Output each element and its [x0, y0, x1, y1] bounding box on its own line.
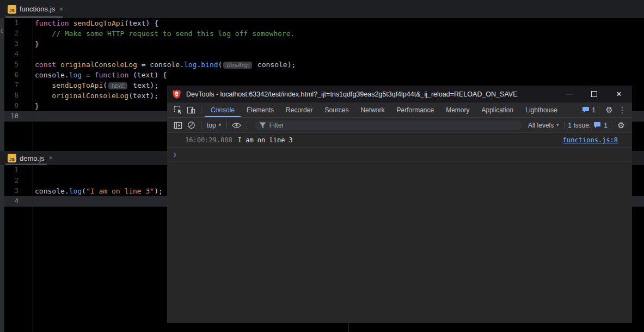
close-window-button[interactable]: ✕	[614, 89, 624, 100]
device-toolbar-icon[interactable]	[185, 104, 198, 116]
line-number: 1	[4, 165, 19, 176]
devtools-tabbar: ConsoleElementsRecorderSourcesNetworkPer…	[167, 102, 632, 118]
gutter-separator	[33, 207, 33, 332]
window-title: DevTools - localhost:63342/test/index.ht…	[186, 90, 563, 98]
separator	[564, 122, 565, 129]
devtools-tab-lighthouse[interactable]: Lighthouse	[519, 102, 563, 117]
chevron-down-icon: ▾	[556, 123, 559, 128]
code-line[interactable]: 4	[4, 49, 644, 59]
settings-gear-icon[interactable]: ⚙	[603, 104, 616, 116]
gutter-separator	[33, 123, 33, 151]
filter-input[interactable]: Filter	[255, 120, 522, 130]
line-number: 7	[4, 80, 19, 90]
close-icon[interactable]: ×	[59, 5, 63, 13]
console-toolbar: top ▾ Filter All levels ▾	[167, 118, 632, 133]
funnel-icon	[259, 122, 266, 129]
line-number: 1	[4, 18, 19, 28]
message-text: I am on line 3	[238, 136, 563, 144]
code-text: const originalConsoleLog = console.log.b…	[33, 59, 644, 70]
active-tab-indicator	[5, 16, 63, 18]
code-text: // Make some HTTP request to send this l…	[33, 28, 644, 39]
issues-counter[interactable]: 1	[582, 106, 596, 114]
kebab-menu-icon[interactable]: ⋮	[616, 104, 629, 116]
clear-console-icon[interactable]	[185, 119, 198, 131]
devtools-tab-sources[interactable]: Sources	[318, 102, 354, 117]
code-line[interactable]: 2 // Make some HTTP request to send this…	[4, 28, 644, 39]
line-number: 3	[4, 186, 19, 196]
filter-placeholder: Filter	[269, 122, 284, 129]
line-number: 9	[4, 101, 19, 111]
devtools-tab-performance[interactable]: Performance	[390, 102, 440, 117]
brave-logo-icon	[171, 89, 182, 99]
separator	[611, 122, 611, 129]
issues-count: 1	[592, 106, 596, 114]
code-text: console.log = function (text) {	[33, 70, 644, 80]
editor-split-divider[interactable]	[348, 323, 349, 332]
js-file-icon: JS	[8, 5, 16, 14]
line-number: 3	[4, 39, 19, 49]
console-message-row: 16:00:29.808 I am on line 3 functions.js…	[167, 133, 632, 148]
issues-label: 1 Issue:	[568, 122, 591, 129]
close-icon[interactable]: ×	[49, 154, 53, 162]
code-text	[33, 49, 644, 59]
separator	[226, 122, 227, 129]
console-output[interactable]: 16:00:29.808 I am on line 3 functions.js…	[167, 133, 632, 323]
devtools-tab-memory[interactable]: Memory	[440, 102, 475, 117]
devtools-tab-network[interactable]: Network	[354, 102, 390, 117]
devtools-tab-elements[interactable]: Elements	[241, 102, 280, 117]
issues-bubble-icon	[582, 106, 590, 113]
live-expression-eye-icon[interactable]	[230, 119, 243, 131]
tab-label: demo.js	[20, 154, 45, 162]
line-number: 2	[4, 176, 19, 186]
separator	[201, 122, 201, 129]
code-line[interactable]: 1function sendLogToApi(text) {	[4, 18, 644, 28]
inspect-element-icon[interactable]	[171, 104, 185, 116]
code-line[interactable]: 6console.log = function (text) {	[4, 70, 644, 80]
ide-left-toolwindow-stripe[interactable]: c	[0, 18, 4, 332]
source-link[interactable]: functions.js:8	[563, 136, 618, 144]
code-line[interactable]: 5const originalConsoleLog = console.log.…	[4, 59, 644, 70]
issues-count: 1	[604, 122, 608, 129]
maximize-button[interactable]	[588, 89, 599, 100]
line-number: 2	[4, 28, 19, 39]
screen: c JS functions.js × 1function sendLogToA…	[0, 0, 644, 332]
issues-bubble-icon	[593, 122, 601, 129]
tab-label: functions.js	[20, 5, 55, 13]
devtools-tab-console[interactable]: Console	[205, 102, 241, 117]
line-number: 8	[4, 90, 19, 101]
console-settings-gear-icon[interactable]: ⚙	[615, 119, 628, 131]
js-file-icon: JS	[8, 154, 16, 162]
issues-summary[interactable]: 1 Issue: 1	[568, 122, 608, 129]
line-number: 5	[4, 59, 19, 70]
code-line[interactable]: 3}	[4, 39, 644, 49]
console-sidebar-icon[interactable]	[171, 119, 185, 131]
line-number: 10	[4, 111, 19, 122]
line-number: 4	[4, 49, 19, 59]
code-text: function sendLogToApi(text) {	[33, 18, 644, 28]
inlay-hint: thisArg:	[223, 62, 252, 69]
levels-label: All levels	[528, 122, 554, 129]
separator	[599, 106, 599, 114]
devtools-titlebar[interactable]: DevTools - localhost:63342/test/index.ht…	[167, 86, 632, 102]
log-levels-selector[interactable]: All levels ▾	[526, 122, 561, 129]
stripe-label: c	[1, 27, 4, 34]
editor-tabbar-functions: JS functions.js ×	[0, 0, 644, 18]
minimize-button[interactable]	[563, 89, 574, 100]
separator	[247, 122, 247, 129]
chevron-down-icon: ▾	[219, 123, 221, 128]
code-text: }	[33, 39, 644, 49]
devtools-window: DevTools - localhost:63342/test/index.ht…	[167, 86, 632, 323]
devtools-tabs: ConsoleElementsRecorderSourcesNetworkPer…	[205, 102, 563, 117]
line-number: 6	[4, 70, 19, 80]
separator	[201, 106, 201, 114]
context-label: top	[207, 122, 216, 129]
context-selector[interactable]: top ▾	[205, 122, 223, 129]
tab-functions-js[interactable]: JS functions.js ×	[5, 0, 65, 18]
devtools-tab-application[interactable]: Application	[476, 102, 520, 117]
prompt-chevron-icon: ❯	[173, 151, 177, 158]
inlay-hint: text:	[108, 82, 127, 89]
console-prompt-row[interactable]: ❯	[167, 148, 632, 162]
devtools-tab-recorder[interactable]: Recorder	[280, 102, 318, 117]
line-number: 4	[4, 196, 19, 207]
active-tab-indicator	[5, 164, 47, 165]
